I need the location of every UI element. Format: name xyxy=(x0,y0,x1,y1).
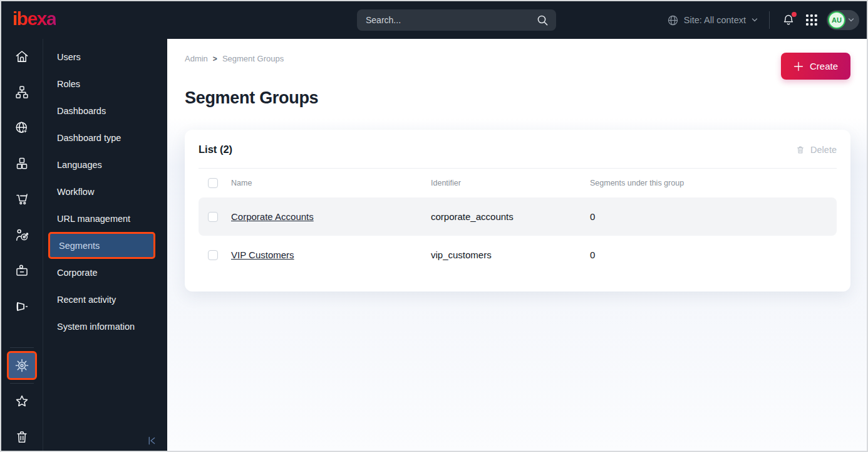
segment-group-link[interactable]: VIP Customers xyxy=(231,250,294,260)
cart-icon xyxy=(14,191,30,208)
app-window: ibexa Site: All context xyxy=(0,0,868,452)
segment-groups-list-card: List (2) Delete Name Identifier Segments… xyxy=(185,130,850,292)
nav-site[interactable] xyxy=(1,110,43,146)
select-all-checkbox[interactable] xyxy=(208,178,218,188)
globe-cursor-icon xyxy=(14,120,30,136)
menu-item-segments-active[interactable]: Segments xyxy=(48,232,155,259)
delete-button[interactable]: Delete xyxy=(795,145,837,155)
menu-item-url-management[interactable]: URL management xyxy=(43,205,167,232)
nav-products[interactable] xyxy=(1,146,43,182)
search-input[interactable] xyxy=(366,15,536,25)
search-icon[interactable] xyxy=(536,14,549,26)
apps-grid-button[interactable] xyxy=(805,13,819,27)
icon-rail xyxy=(1,39,43,451)
trash-icon xyxy=(795,145,805,155)
row-segments-count: 0 xyxy=(590,250,837,260)
nav-content-tree[interactable] xyxy=(1,75,43,110)
nav-home[interactable] xyxy=(1,39,43,75)
star-icon xyxy=(14,393,30,409)
menu-item-corporate[interactable]: Corporate xyxy=(43,259,167,286)
user-menu[interactable]: AU xyxy=(827,10,859,30)
search-bar xyxy=(357,9,556,31)
row-checkbox[interactable] xyxy=(208,212,218,222)
site-context-label: Site: All context xyxy=(684,15,746,25)
create-button[interactable]: Create xyxy=(781,53,850,80)
nav-customer-portal[interactable] xyxy=(1,253,43,288)
breadcrumb-separator: > xyxy=(213,55,217,63)
page-title: Segment Groups xyxy=(185,88,850,108)
delete-button-label: Delete xyxy=(810,145,837,155)
megaphone-icon xyxy=(14,298,30,315)
badge-icon xyxy=(14,263,30,279)
plus-icon xyxy=(793,61,803,71)
column-header-segments: Segments under this group xyxy=(590,179,837,187)
row-identifier: corporate_accounts xyxy=(431,211,590,222)
create-button-label: Create xyxy=(810,61,838,71)
rail-divider xyxy=(10,347,34,348)
collapse-sidebar-button[interactable] xyxy=(145,434,157,447)
content-tree-icon xyxy=(14,84,30,100)
nav-campaigns[interactable] xyxy=(1,288,43,324)
notification-badge xyxy=(792,12,797,17)
menu-item-dashboard-type[interactable]: Dashboard type xyxy=(43,124,167,151)
row-identifier: vip_customers xyxy=(431,250,590,260)
ibexa-logo: ibexa xyxy=(13,9,56,31)
topbar: ibexa Site: All context xyxy=(1,1,867,39)
breadcrumb: Admin > Segment Groups xyxy=(185,54,850,63)
table-row: Corporate Accounts corporate_accounts 0 xyxy=(199,197,837,236)
nav-admin-active[interactable] xyxy=(7,351,37,380)
topbar-divider xyxy=(769,11,770,29)
boxes-icon xyxy=(14,155,30,172)
avatar: AU xyxy=(828,11,845,29)
menu-item-languages[interactable]: Languages xyxy=(43,151,167,178)
globe-icon xyxy=(667,14,679,26)
admin-menu: Users Roles Dashboards Dashboard type La… xyxy=(43,39,167,451)
person-target-icon xyxy=(14,227,30,243)
breadcrumb-current: Segment Groups xyxy=(222,54,284,63)
nav-trash[interactable] xyxy=(1,423,43,451)
main-content: Admin > Segment Groups Create Segment Gr… xyxy=(167,39,867,451)
row-checkbox[interactable] xyxy=(208,250,218,260)
menu-item-roles[interactable]: Roles xyxy=(43,70,167,97)
gear-icon xyxy=(14,357,30,374)
menu-item-workflow[interactable]: Workflow xyxy=(43,178,167,205)
nav-bookmarks[interactable] xyxy=(1,387,43,415)
row-segments-count: 0 xyxy=(590,211,837,222)
table-header-row: Name Identifier Segments under this grou… xyxy=(199,169,837,197)
collapse-icon xyxy=(145,434,157,447)
grid-icon xyxy=(806,14,817,26)
chevron-down-icon xyxy=(847,16,855,24)
nav-commerce[interactable] xyxy=(1,182,43,218)
column-header-identifier: Identifier xyxy=(431,179,590,187)
notifications-button[interactable] xyxy=(780,12,797,28)
rail-divider xyxy=(10,383,34,384)
menu-item-dashboards[interactable]: Dashboards xyxy=(43,97,167,124)
menu-item-recent-activity[interactable]: Recent activity xyxy=(43,286,167,313)
site-context-selector[interactable]: Site: All context xyxy=(667,14,758,26)
trash-icon xyxy=(14,429,30,445)
table-row: VIP Customers vip_customers 0 xyxy=(199,236,837,274)
home-icon xyxy=(14,48,30,65)
menu-item-system-information[interactable]: System information xyxy=(43,313,167,340)
menu-item-users[interactable]: Users xyxy=(43,43,167,70)
column-header-name: Name xyxy=(231,179,431,187)
nav-personalization[interactable] xyxy=(1,218,43,253)
chevron-down-icon xyxy=(751,16,758,24)
topbar-actions: Site: All context AU xyxy=(667,1,859,39)
breadcrumb-admin[interactable]: Admin xyxy=(185,54,208,63)
segment-group-link[interactable]: Corporate Accounts xyxy=(231,211,314,222)
list-title: List (2) xyxy=(199,144,232,155)
